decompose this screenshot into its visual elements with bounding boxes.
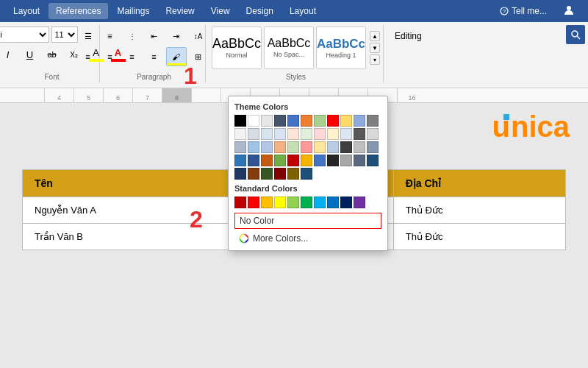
color-cell[interactable] <box>261 168 273 180</box>
italic-button[interactable]: I <box>0 45 18 64</box>
color-cell[interactable] <box>301 115 312 127</box>
no-color-label: No Color <box>240 216 274 226</box>
color-cell[interactable] <box>248 128 259 140</box>
color-cell[interactable] <box>354 128 365 140</box>
styles-scroll-down[interactable]: ▼ <box>370 43 380 53</box>
color-cell[interactable] <box>274 155 286 166</box>
color-cell[interactable] <box>234 168 246 180</box>
more-colors-button[interactable]: More Colors... <box>234 231 381 246</box>
decrease-indent-button[interactable]: ⇤ <box>144 26 165 46</box>
styles-scroll-arrows: ▲ ▼ ▾ <box>370 31 380 65</box>
color-cell[interactable] <box>234 155 246 166</box>
color-cell[interactable] <box>261 115 273 127</box>
styles-expand[interactable]: ▾ <box>370 54 380 65</box>
numbered-list-button[interactable]: ≡ <box>100 26 121 46</box>
editing-label-btn[interactable]: Editing <box>391 26 426 46</box>
font-size-select[interactable]: 11 <box>51 26 78 43</box>
more-colors-label: More Colors... <box>253 233 308 244</box>
color-cell[interactable] <box>301 141 312 153</box>
menu-references[interactable]: References <box>49 3 108 19</box>
color-cell[interactable] <box>248 168 259 180</box>
color-cell[interactable] <box>287 197 299 208</box>
align-center-button[interactable]: ≡ <box>100 47 121 66</box>
strikethrough-button[interactable]: ab <box>42 45 62 64</box>
sort-button[interactable]: ↕A <box>188 26 209 46</box>
color-cell[interactable] <box>261 141 273 153</box>
align-right-button[interactable]: ≡ <box>122 47 143 66</box>
color-cell[interactable] <box>340 155 352 166</box>
color-cell[interactable] <box>327 115 339 127</box>
color-cell[interactable] <box>287 141 299 153</box>
color-cell[interactable] <box>367 115 379 127</box>
color-cell[interactable] <box>354 155 365 166</box>
underline-button[interactable]: U <box>20 45 40 64</box>
color-cell[interactable] <box>367 155 379 166</box>
unica-logo: unica <box>492 110 570 144</box>
color-cell[interactable] <box>261 155 273 166</box>
color-cell[interactable] <box>287 128 299 140</box>
color-cell[interactable] <box>327 141 339 153</box>
menu-tell-me[interactable]: ? Tell me... <box>492 3 554 19</box>
style-normal-card[interactable]: AaBbCc Normal <box>212 26 262 69</box>
align-left-button[interactable]: ≡ <box>78 47 98 66</box>
color-cell[interactable] <box>301 155 312 166</box>
color-cell[interactable] <box>367 141 379 153</box>
menu-layout[interactable]: Layout <box>6 3 47 19</box>
ribbon-search-button[interactable] <box>566 25 585 44</box>
color-cell[interactable] <box>340 128 352 140</box>
color-cell[interactable] <box>354 115 365 127</box>
color-cell[interactable] <box>274 168 286 180</box>
menu-layout2[interactable]: Layout <box>282 3 323 19</box>
color-cell[interactable] <box>327 155 339 166</box>
color-cell[interactable] <box>234 115 246 127</box>
color-cell[interactable] <box>367 128 379 140</box>
color-cell[interactable] <box>248 141 259 153</box>
color-cell[interactable] <box>314 197 326 208</box>
color-cell[interactable] <box>248 155 259 166</box>
color-cell[interactable] <box>354 141 365 153</box>
color-cell[interactable] <box>234 141 246 153</box>
menu-view[interactable]: View <box>204 3 237 19</box>
color-cell[interactable] <box>234 197 246 208</box>
color-cell[interactable] <box>274 128 286 140</box>
style-nospace-card[interactable]: AaBbCc No Spac... <box>264 26 314 69</box>
color-cell[interactable] <box>314 155 326 166</box>
bullet-list-button[interactable]: ☰ <box>78 26 98 46</box>
color-cell[interactable] <box>340 115 352 127</box>
increase-indent-button[interactable]: ⇥ <box>166 26 187 46</box>
color-cell[interactable] <box>234 128 246 140</box>
menu-review[interactable]: Review <box>158 3 201 19</box>
color-cell[interactable] <box>301 128 312 140</box>
color-cell[interactable] <box>261 128 273 140</box>
color-cell[interactable] <box>287 168 299 180</box>
color-cell[interactable] <box>314 128 326 140</box>
color-cell[interactable] <box>340 197 352 208</box>
color-cell[interactable] <box>274 141 286 153</box>
color-cell[interactable] <box>314 141 326 153</box>
style-h1-card[interactable]: AaBbCc Heading 1 <box>316 26 366 69</box>
color-cell[interactable] <box>287 115 299 127</box>
color-cell[interactable] <box>248 115 259 127</box>
color-cell[interactable] <box>354 197 365 208</box>
color-cell[interactable] <box>261 197 273 208</box>
color-cell[interactable] <box>248 197 259 208</box>
menu-mailings[interactable]: Mailings <box>110 3 157 19</box>
styles-scroll-up[interactable]: ▲ <box>370 31 380 41</box>
color-cell[interactable] <box>287 155 299 166</box>
menu-user[interactable] <box>556 1 582 21</box>
no-color-button[interactable]: No Color <box>234 213 381 229</box>
color-cell[interactable] <box>274 197 286 208</box>
color-cell[interactable] <box>274 115 286 127</box>
font-family-select[interactable]: Calibri <box>0 26 49 43</box>
step-2-label: 2 <box>190 206 203 233</box>
color-cell[interactable] <box>301 168 312 180</box>
color-cell[interactable] <box>327 128 339 140</box>
menu-design[interactable]: Design <box>239 3 281 19</box>
color-cell[interactable] <box>314 115 326 127</box>
svg-point-2 <box>567 6 571 10</box>
color-cell[interactable] <box>340 141 352 153</box>
color-cell[interactable] <box>301 197 312 208</box>
multilevel-list-button[interactable]: ⋮ <box>122 26 143 46</box>
color-cell[interactable] <box>327 197 339 208</box>
justify-button[interactable]: ≡ <box>144 47 165 66</box>
